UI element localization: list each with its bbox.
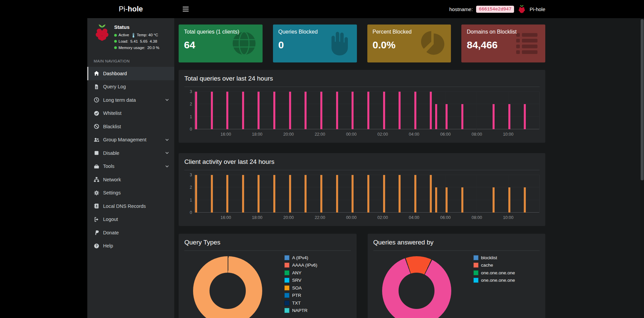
status-row-memory: Memory usage: 20.0 % xyxy=(114,45,159,51)
chart-x-axis: 16:0018:0020:0022:0000:0002:0004:0006:00… xyxy=(194,129,540,138)
legend-item[interactable]: PTR xyxy=(284,292,317,300)
bar xyxy=(367,92,369,129)
file-icon xyxy=(94,84,99,90)
brand-link[interactable]: Pi-hole xyxy=(87,0,174,18)
bar xyxy=(195,92,197,129)
legend-item[interactable]: AAAA (IPv6) xyxy=(284,262,317,269)
queries-answered-legend: blocklistcacheone.one.one.oneone.one.one… xyxy=(473,254,515,284)
bar xyxy=(508,187,510,213)
legend-swatch xyxy=(284,293,289,298)
bar xyxy=(430,175,432,213)
hostname-value-badge: 666154e2d947 xyxy=(476,6,514,13)
legend-item[interactable]: ANY xyxy=(284,269,317,277)
legend-swatch xyxy=(473,270,478,275)
bar xyxy=(226,92,228,129)
sidebar-item-long-term-data[interactable]: Long term data xyxy=(87,93,174,107)
sidebar-item-label: Help xyxy=(103,243,169,248)
status-dot-icon xyxy=(114,46,117,49)
x-axis-label: 08:00 xyxy=(471,132,482,137)
status-dot-icon xyxy=(114,40,117,43)
legend-item[interactable]: NAPTR xyxy=(284,307,317,315)
y-axis-label: 2 xyxy=(190,102,192,106)
bar xyxy=(211,92,213,129)
pihole-dashboard: Pi-hole hostname: 666154e2d947 xyxy=(0,0,644,318)
sidebar-item-logout[interactable]: Logout xyxy=(87,213,174,226)
main-area: Total queries (1 clients)64Queries Block… xyxy=(174,18,644,318)
sidebar-toggle-button[interactable] xyxy=(178,0,193,18)
legend-item[interactable]: one.one.one.one xyxy=(473,269,515,277)
sidebar-item-group-management[interactable]: Group Management xyxy=(87,133,174,147)
brand-prefix: Pi- xyxy=(119,5,128,13)
sidebar-item-local-dns-records[interactable]: Local DNS Records xyxy=(87,199,174,213)
queries-answered-donut[interactable] xyxy=(382,256,451,318)
sidebar-item-settings[interactable]: Settings xyxy=(87,186,174,200)
query-types-panel: Query Types A (IPv4)AAAA (IPv6)ANYSRVSOA… xyxy=(179,234,357,318)
sidebar-item-whitelist[interactable]: Whitelist xyxy=(87,107,174,120)
bar xyxy=(461,187,463,213)
bar xyxy=(336,175,338,213)
legend-item[interactable]: TXT xyxy=(284,299,317,307)
x-axis-label: 22:00 xyxy=(315,215,325,220)
legend-label: one.one.one.one xyxy=(481,278,515,283)
legend-label: SRV xyxy=(292,278,302,283)
bar xyxy=(430,92,432,129)
legend-item[interactable]: SOA xyxy=(284,284,317,292)
bar xyxy=(414,92,416,129)
bottom-panels: Query Types A (IPv4)AAAA (IPv6)ANYSRVSOA… xyxy=(179,234,545,318)
product-name-link[interactable]: Pi-hole xyxy=(530,6,545,12)
sidebar-item-label: Blacklist xyxy=(103,124,169,129)
bar xyxy=(242,92,244,129)
sidebar-item-disable[interactable]: Disable xyxy=(87,146,174,160)
bar xyxy=(446,104,448,129)
legend-item[interactable]: A (IPv4) xyxy=(284,254,317,262)
bar xyxy=(305,92,307,129)
client-activity-chart[interactable]: 0123 16:0018:0020:0022:0000:0002:0004:00… xyxy=(184,175,540,221)
sidebar-item-donate[interactable]: Donate xyxy=(87,226,174,239)
users-icon xyxy=(94,137,99,143)
total-queries-chart[interactable]: 0123 16:0018:0020:0022:0000:0002:0004:00… xyxy=(184,92,540,138)
sidebar-item-label: Disable xyxy=(103,150,162,156)
legend-item[interactable]: SRV xyxy=(284,277,317,284)
top-navbar: Pi-hole hostname: 666154e2d947 xyxy=(0,0,644,18)
status-load-value: Load: 5.41 5.65 4.38 xyxy=(119,38,157,45)
x-axis-label: 04:00 xyxy=(409,215,419,220)
query-types-legend: A (IPv4)AAAA (IPv6)ANYSRVSOAPTRTXTNAPTR xyxy=(284,254,317,314)
card-title: Percent Blocked xyxy=(373,29,446,35)
legend-item[interactable]: cache xyxy=(473,262,515,269)
summary-cards: Total queries (1 clients)64Queries Block… xyxy=(179,25,545,62)
bar xyxy=(367,175,369,213)
chevron-down-icon xyxy=(165,151,169,155)
ban-icon xyxy=(94,124,99,129)
legend-label: blocklist xyxy=(481,255,497,260)
check-circle-icon xyxy=(94,110,99,116)
sidebar-item-network[interactable]: Network xyxy=(87,173,174,186)
legend-label: NAPTR xyxy=(292,308,308,313)
sidebar-item-label: Long term data xyxy=(103,97,162,103)
bar xyxy=(211,175,213,213)
legend-label: one.one.one.one xyxy=(481,270,515,275)
thermometer-icon xyxy=(132,33,135,38)
sidebar-item-query-log[interactable]: Query Log xyxy=(87,80,174,94)
x-axis-label: 02:00 xyxy=(377,215,388,220)
svg-text:?: ? xyxy=(95,244,97,248)
sidebar-item-label: Dashboard xyxy=(103,71,169,76)
status-dot-icon xyxy=(114,34,117,37)
scrollbar-thumb[interactable] xyxy=(641,19,644,180)
query-types-donut[interactable] xyxy=(193,256,262,318)
panel-title: Query Types xyxy=(184,238,351,251)
sidebar-item-blacklist[interactable]: Blacklist xyxy=(87,120,174,133)
x-axis-label: 10:00 xyxy=(503,132,513,137)
panel-title: Queries answered by xyxy=(373,238,540,251)
sidebar-item-dashboard[interactable]: Dashboard xyxy=(87,67,174,80)
bar xyxy=(273,175,275,213)
summary-card-total-queries-1-clients: Total queries (1 clients)64 xyxy=(179,25,263,62)
sidebar-item-tools[interactable]: Tools xyxy=(87,160,174,173)
status-title: Status xyxy=(114,23,159,31)
bar xyxy=(258,175,260,213)
legend-swatch xyxy=(284,301,289,306)
legend-item[interactable]: blocklist xyxy=(473,254,515,262)
legend-item[interactable]: one.one.one.one xyxy=(473,277,515,284)
x-axis-label: 06:00 xyxy=(440,132,451,137)
sidebar-item-help[interactable]: ?Help xyxy=(87,239,174,253)
x-axis-label: 08:00 xyxy=(471,215,482,220)
